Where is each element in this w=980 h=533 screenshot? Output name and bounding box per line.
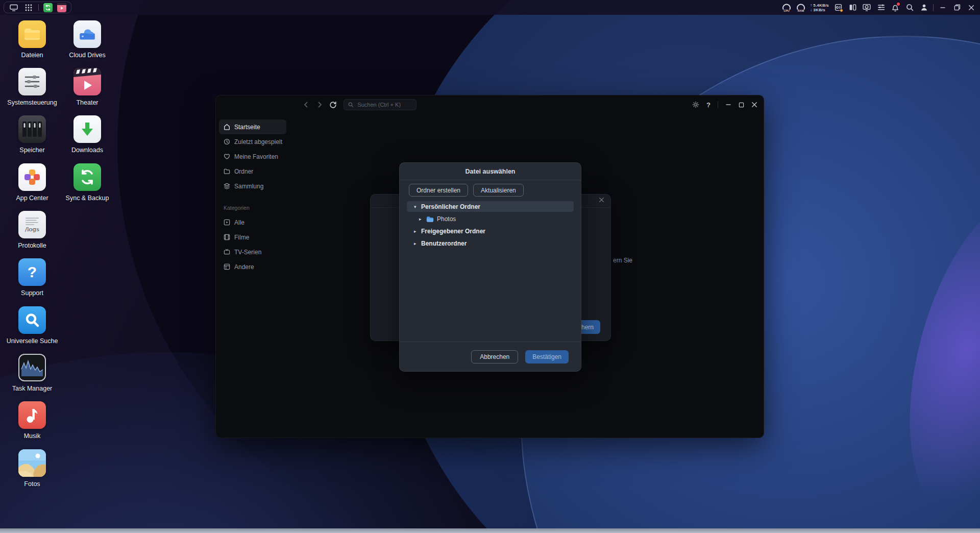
app-grid-icon[interactable] bbox=[23, 2, 34, 13]
folder-icon bbox=[224, 168, 230, 175]
refresh-button[interactable]: Aktualisieren bbox=[473, 184, 524, 197]
tree-row-photos[interactable]: ▸ Photos bbox=[407, 213, 574, 224]
tray-separator bbox=[933, 4, 934, 11]
content-hint-text-fragment: ern Sie bbox=[613, 257, 632, 264]
desktop-icon-label: Universelle Suche bbox=[7, 337, 58, 345]
user-account-icon[interactable] bbox=[919, 2, 929, 13]
restore-windows-icon[interactable] bbox=[952, 2, 962, 13]
play-square-icon bbox=[224, 219, 230, 226]
desktop-icon-sync-backup[interactable]: Sync & Backup bbox=[59, 163, 115, 202]
sidebar-item-ordner[interactable]: Ordner bbox=[219, 164, 286, 179]
widgets-panel-icon[interactable] bbox=[847, 2, 857, 13]
search-icon[interactable] bbox=[904, 2, 915, 13]
tv-icon bbox=[224, 249, 230, 255]
control-panel-icon bbox=[18, 68, 46, 95]
desktop-icon-support[interactable]: Support bbox=[4, 258, 60, 297]
question-icon bbox=[18, 258, 46, 286]
desktop-icon-speicher[interactable]: Speicher bbox=[4, 115, 60, 154]
show-desktop-icon[interactable] bbox=[9, 2, 19, 13]
taskbar: CPU RAM ↑ 5.4KB/s ↓ 3KB/s bbox=[0, 0, 980, 15]
dialog-title: Datei auswählen bbox=[400, 163, 581, 180]
tree-row-persoenlicher-ordner[interactable]: ▾ Persönlicher Ordner bbox=[407, 201, 574, 212]
sidebar-item-zuletzt-abgespielt[interactable]: Zuletzt abgespielt bbox=[219, 134, 286, 149]
folder-icon bbox=[426, 216, 434, 222]
sidebar-item-meine-favoriten[interactable]: Meine Favoriten bbox=[219, 149, 286, 164]
clock-icon bbox=[224, 138, 230, 145]
desktop-icon-musik[interactable]: Musik bbox=[4, 401, 60, 440]
search-bar[interactable] bbox=[344, 99, 416, 110]
sidebar-item-label: Alle bbox=[234, 219, 244, 226]
running-app-sync-backup-icon[interactable] bbox=[43, 3, 53, 12]
tree-row-benutzerordner[interactable]: ▸ Benutzerordner bbox=[407, 238, 574, 249]
settings-gear-icon[interactable] bbox=[692, 101, 699, 108]
minimize-all-icon[interactable] bbox=[938, 2, 948, 13]
cpu-label: CPU bbox=[783, 9, 790, 12]
sidebar-item-andere[interactable]: Andere bbox=[219, 259, 286, 274]
sidebar-item-label: Meine Favoriten bbox=[234, 153, 278, 160]
desktop-icon-universelle-suche[interactable]: Universelle Suche bbox=[4, 306, 60, 345]
desktop-icon-fotos[interactable]: Fotos bbox=[4, 449, 60, 488]
desktop-icon-app-center[interactable]: App Center bbox=[4, 163, 60, 202]
tree-row-label: Persönlicher Ordner bbox=[421, 203, 480, 210]
activity-graph-icon bbox=[18, 354, 46, 381]
remote-display-icon[interactable] bbox=[862, 2, 872, 13]
caret-down-icon[interactable]: ▾ bbox=[414, 204, 421, 209]
back-icon[interactable] bbox=[303, 101, 310, 108]
sidebar-item-label: Ordner bbox=[234, 168, 253, 175]
cancel-button[interactable]: Abbrechen bbox=[471, 350, 518, 364]
file-select-dialog: Datei auswählen Ordner erstellen Aktuali… bbox=[399, 162, 581, 372]
home-icon bbox=[224, 124, 230, 130]
desktop-icon-systemsteuerung[interactable]: Systemsteuerung bbox=[4, 68, 60, 106]
ram-gauge-icon[interactable]: RAM bbox=[796, 3, 806, 12]
help-icon[interactable] bbox=[706, 101, 710, 109]
caret-right-icon[interactable]: ▸ bbox=[419, 216, 426, 222]
close-icon[interactable] bbox=[599, 197, 604, 203]
sidebar-section-kategorien: Kategorien bbox=[219, 200, 286, 215]
photos-landscape-icon bbox=[18, 449, 46, 477]
close-session-icon[interactable] bbox=[966, 2, 976, 13]
search-input[interactable] bbox=[356, 101, 412, 108]
minimize-icon[interactable] bbox=[725, 102, 731, 108]
desktop-icon-theater[interactable]: Theater bbox=[59, 68, 115, 106]
caret-right-icon[interactable]: ▸ bbox=[414, 229, 421, 234]
system-update-icon[interactable] bbox=[833, 2, 843, 13]
desktop-icon-downloads[interactable]: Downloads bbox=[59, 115, 115, 154]
cpu-gauge-icon[interactable]: CPU bbox=[781, 3, 792, 12]
maximize-icon[interactable] bbox=[739, 102, 744, 108]
taskbar-tray: CPU RAM ↑ 5.4KB/s ↓ 3KB/s bbox=[781, 2, 976, 13]
desktop-icon-dateien[interactable]: Dateien bbox=[4, 20, 60, 59]
sidebar-item-filme[interactable]: Filme bbox=[219, 230, 286, 245]
refresh-icon[interactable] bbox=[329, 101, 337, 109]
desktop-icon-cloud-drives[interactable]: Cloud Drives bbox=[59, 20, 115, 59]
window-header bbox=[216, 95, 764, 114]
download-speed: 3KB/s bbox=[813, 8, 825, 12]
confirm-button[interactable]: Bestätigen bbox=[525, 350, 569, 364]
desktop-icon-label: Dateien bbox=[21, 52, 43, 59]
notifications-bell-icon[interactable] bbox=[890, 2, 900, 13]
desktop-icon-task-manager[interactable]: Task Manager bbox=[4, 354, 60, 392]
forward-icon[interactable] bbox=[316, 101, 323, 108]
running-app-theater-icon[interactable] bbox=[57, 3, 66, 12]
create-folder-button[interactable]: Ordner erstellen bbox=[409, 184, 468, 197]
sidebar-item-label: Startseite bbox=[234, 124, 260, 131]
tree-row-label: Freigegebener Ordner bbox=[421, 228, 485, 235]
desktop-icon-protokolle[interactable]: /logs Protokolle bbox=[4, 211, 60, 249]
logs-icon: /logs bbox=[18, 211, 46, 238]
header-separator bbox=[718, 101, 718, 108]
sidebar-item-label: Andere bbox=[234, 263, 254, 271]
tree-row-freigegebener-ordner[interactable]: ▸ Freigegebener Ordner bbox=[407, 226, 574, 236]
sidebar-item-sammlung[interactable]: Sammlung bbox=[219, 179, 286, 193]
caret-right-icon[interactable]: ▸ bbox=[414, 241, 421, 246]
search-icon bbox=[348, 102, 353, 108]
network-speed-widget[interactable]: ↑ 5.4KB/s ↓ 3KB/s bbox=[810, 3, 829, 12]
sidebar-item-tv-serien[interactable]: TV-Serien bbox=[219, 245, 286, 259]
taskbar-separator bbox=[38, 4, 39, 11]
sidebar-item-startseite[interactable]: Startseite bbox=[219, 119, 286, 134]
sidebar-item-alle[interactable]: Alle bbox=[219, 215, 286, 230]
window-nav bbox=[303, 95, 337, 114]
app-center-icon bbox=[18, 163, 46, 191]
task-queue-icon[interactable] bbox=[876, 2, 886, 13]
upload-speed: 5.4KB/s bbox=[813, 3, 829, 8]
desktop-icon-label: Support bbox=[21, 289, 43, 297]
close-icon[interactable] bbox=[751, 102, 757, 108]
